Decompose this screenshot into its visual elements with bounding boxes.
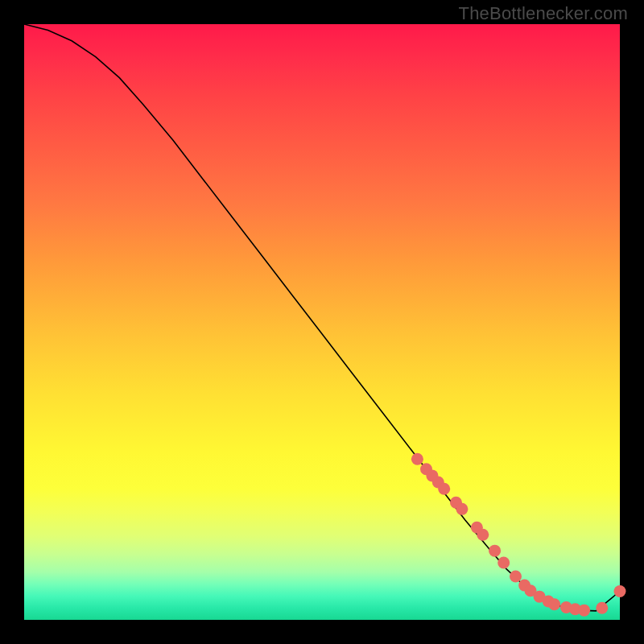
plot-area	[24, 24, 620, 620]
highlight-dot	[456, 503, 468, 515]
highlight-dot	[489, 545, 501, 557]
curve-line	[24, 24, 620, 611]
highlight-dot	[477, 529, 489, 541]
highlight-dot	[497, 556, 510, 568]
chart-svg	[24, 24, 620, 620]
highlight-dot	[510, 570, 522, 582]
highlight-dots	[411, 453, 626, 617]
highlight-dot	[596, 602, 608, 614]
highlight-dot	[548, 598, 560, 610]
attribution-text: TheBottlenecker.com	[459, 3, 628, 24]
highlight-dot	[438, 483, 450, 495]
highlight-dot	[614, 585, 626, 597]
highlight-dot	[411, 453, 423, 465]
highlight-dot	[578, 605, 590, 617]
